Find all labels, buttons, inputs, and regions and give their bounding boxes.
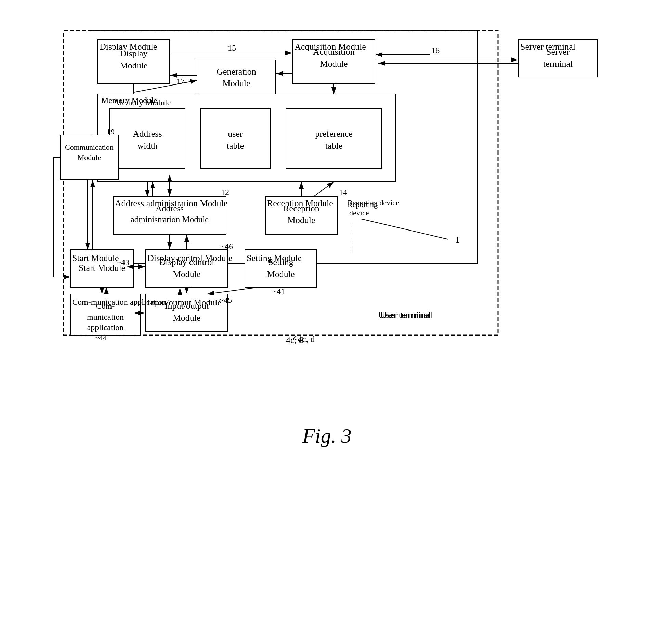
display-control-label: Display control Module <box>147 253 232 263</box>
diagram: Server terminal Display Module Acquisiti… <box>53 21 601 397</box>
svg-text:1: 1 <box>455 235 460 245</box>
svg-text:Module: Module <box>320 59 348 69</box>
svg-text:Communication: Communication <box>65 143 114 152</box>
svg-text:Module: Module <box>173 313 201 323</box>
reporting-device-label: Reporting device <box>348 198 399 207</box>
svg-rect-21 <box>197 60 276 97</box>
svg-text:device: device <box>349 209 369 217</box>
memory-module-label: Memory Module <box>101 96 157 105</box>
svg-text:17: 17 <box>176 77 185 86</box>
svg-text:width: width <box>137 141 157 151</box>
svg-text:administration Module: administration Module <box>131 215 209 224</box>
svg-line-84 <box>207 287 259 294</box>
label-4cd: 4c, d <box>286 335 303 345</box>
acquisition-module-label: Acquisition Module <box>295 42 366 52</box>
figure-caption: Fig. 3 <box>302 424 351 448</box>
svg-text:Module: Module <box>78 153 101 162</box>
io-module-label: Input/output Module <box>147 298 221 308</box>
svg-line-60 <box>361 219 448 239</box>
svg-text:Module: Module <box>120 61 148 70</box>
svg-text:munication: munication <box>87 313 124 321</box>
svg-rect-31 <box>110 109 185 169</box>
svg-text:Module: Module <box>173 269 201 279</box>
svg-rect-37 <box>286 109 382 169</box>
svg-text:~44: ~44 <box>94 333 107 342</box>
svg-text:table: table <box>227 141 244 151</box>
svg-text:12: 12 <box>221 188 229 197</box>
svg-line-98 <box>313 182 334 197</box>
setting-module-label: Setting Module <box>247 253 302 263</box>
addr-admin-label: Address administration Module <box>115 198 227 209</box>
svg-text:19: 19 <box>106 127 115 136</box>
svg-rect-42 <box>60 135 118 180</box>
svg-text:~46: ~46 <box>220 242 233 251</box>
svg-text:Module: Module <box>223 78 250 88</box>
svg-rect-6 <box>64 31 498 335</box>
svg-text:user: user <box>228 129 243 139</box>
svg-text:Start Module: Start Module <box>79 263 126 273</box>
svg-text:preference: preference <box>315 129 353 139</box>
svg-rect-7 <box>91 31 478 263</box>
svg-text:Generation: Generation <box>217 67 256 77</box>
user-terminal-label: User terminal <box>380 310 432 320</box>
svg-rect-34 <box>200 109 271 169</box>
svg-line-28 <box>134 80 197 92</box>
svg-text:Address: Address <box>133 129 162 139</box>
svg-text:application: application <box>87 323 124 332</box>
svg-text:14: 14 <box>339 188 347 197</box>
svg-text:terminal: terminal <box>543 59 573 69</box>
svg-text:15: 15 <box>228 43 236 52</box>
svg-rect-29 <box>98 94 395 181</box>
server-terminal-label: Server terminal <box>520 42 575 52</box>
svg-text:Module: Module <box>288 215 315 225</box>
start-module-label: Start Module <box>72 253 119 263</box>
svg-text:~41: ~41 <box>272 287 285 296</box>
svg-text:table: table <box>325 141 343 151</box>
svg-text:16: 16 <box>431 46 440 55</box>
svg-text:Module: Module <box>267 269 295 279</box>
reception-module-label: Reception Module <box>267 198 333 209</box>
display-module-label: Display Module <box>100 42 157 52</box>
arrows-svg: Server terminal Display Module Acquisiti… <box>53 21 601 397</box>
